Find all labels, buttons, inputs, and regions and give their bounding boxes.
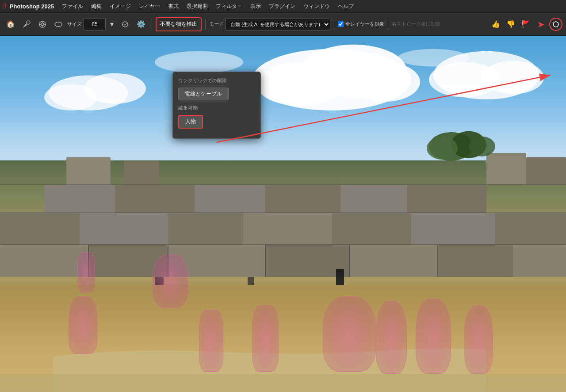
separator-3 <box>334 19 334 30</box>
person-highlight-9 <box>77 252 95 292</box>
size-dropdown-btn[interactable]: ▾ <box>107 17 116 31</box>
detect-objects-button[interactable]: 不要な物を検出 <box>156 17 202 31</box>
mode-label: モード <box>209 21 224 27</box>
menu-select[interactable]: 選択範囲 <box>183 2 211 11</box>
app-title: Photoshop 2025 <box>10 3 54 10</box>
canvas-area[interactable]: ワンクリックでの削除 電線とケーブル 編集可能 人物 <box>0 36 566 392</box>
menu-filter[interactable]: フィルター <box>212 2 246 11</box>
toolbar: 🏠 サイズ ▾ ⚙️ 不要な物を検出 モード 自動 (生成 AI を使用する場合… <box>0 13 566 36</box>
menu-text[interactable]: 書式 <box>164 2 182 11</box>
menu-help[interactable]: ヘルプ <box>334 2 357 11</box>
ellipse-icon-btn[interactable] <box>51 17 65 31</box>
separator-1 <box>152 19 152 30</box>
svg-point-7 <box>55 22 62 27</box>
menu-file[interactable]: ファイル <box>58 2 87 11</box>
menu-view[interactable]: 表示 <box>247 2 264 11</box>
thumbs-up-btn[interactable]: 👍 <box>489 18 502 31</box>
menu-plugins[interactable]: プラグイン <box>265 2 299 11</box>
menu-window[interactable]: ウィンドウ <box>300 2 333 11</box>
thumbs-down-btn[interactable]: 👎 <box>504 18 517 31</box>
wire-cable-button[interactable]: 電線とケーブル <box>178 88 229 100</box>
editable-section-label: 編集可能 <box>178 105 255 111</box>
menu-image[interactable]: イメージ <box>106 2 134 11</box>
person-highlight-7 <box>416 299 451 374</box>
detect-dropdown-menu: ワンクリックでの削除 電線とケーブル 編集可能 人物 <box>172 72 261 139</box>
person-highlight-3 <box>199 310 223 372</box>
person-highlight-1 <box>69 297 97 354</box>
menubar:  Photoshop 2025 ファイル 編集 イメージ レイヤー 書式 選択… <box>0 0 566 13</box>
apple-logo-icon:  <box>4 2 6 10</box>
one-click-section-label: ワンクリックでの削除 <box>178 77 255 84</box>
home-icon-btn[interactable]: 🏠 <box>4 17 18 31</box>
size-label: サイズ <box>67 21 82 27</box>
size-input[interactable] <box>84 18 106 30</box>
people-button[interactable]: 人物 <box>178 115 203 129</box>
person-highlight-5 <box>323 297 376 372</box>
menu-edit[interactable]: 編集 <box>88 2 105 11</box>
calibrate-icon-btn[interactable] <box>118 17 132 31</box>
all-layers-checkbox[interactable]: 全レイヤーを対象 <box>338 21 384 27</box>
target-icon-btn[interactable] <box>35 17 50 31</box>
person-highlight-6 <box>376 301 407 374</box>
circle-record-btn[interactable] <box>549 18 562 31</box>
svg-point-2 <box>41 23 44 26</box>
person-highlight-2 <box>153 255 188 308</box>
person-highlight-4 <box>252 305 279 372</box>
heal-tool-btn[interactable] <box>19 17 34 31</box>
each-stroke-label: 各ストローク後に削除 <box>392 21 440 27</box>
separator-4 <box>388 19 388 30</box>
separator-2 <box>205 19 206 30</box>
photo-background <box>0 36 566 392</box>
svg-point-9 <box>553 22 558 27</box>
svg-point-0 <box>27 21 30 24</box>
flag-btn[interactable]: 🚩 <box>519 18 532 31</box>
menu-layer[interactable]: レイヤー <box>135 2 164 11</box>
mode-select[interactable]: 自動 (生成 AI を使用する場合があります) <box>226 18 330 30</box>
settings-icon-btn[interactable]: ⚙️ <box>134 17 148 31</box>
person-highlight-8 <box>464 305 493 374</box>
send-icon-btn[interactable]: ➤ <box>534 18 547 31</box>
